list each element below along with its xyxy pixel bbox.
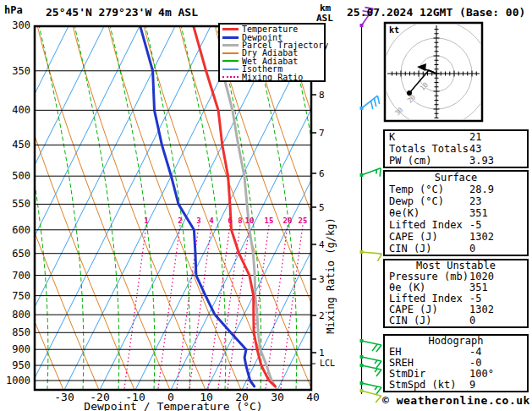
legend-line-sample: [222, 36, 239, 39]
wind-barb: [360, 250, 382, 261]
pressure-tick-label: 750: [2, 290, 30, 302]
table-row-label: CIN (J): [389, 243, 432, 255]
table-row-label: EH: [389, 346, 401, 358]
table-row-value: 9: [469, 380, 475, 391]
pressure-tick-label: 850: [2, 326, 30, 338]
datetime-title: 25.07.2024 12GMT (Base: 00): [347, 6, 525, 19]
legend-item: Temperature: [222, 25, 324, 33]
pressure-tick-label: 350: [2, 65, 30, 77]
pressure-tick-label: 450: [2, 139, 30, 151]
legend-line-sample: [222, 44, 239, 47]
pressure-unit-label: hPa: [4, 4, 23, 16]
table-row-label: Dewp (°C): [389, 195, 444, 207]
table-row: θe(K)351: [385, 207, 527, 219]
legend-item-label: Mixing Ratio: [242, 74, 303, 81]
table-row: CIN (J)0: [385, 315, 527, 326]
table-row-label: CAPE (J): [389, 304, 438, 315]
altitude-tick-label: 8: [319, 90, 325, 101]
legend-item: Isotherm: [222, 65, 324, 73]
table-row-label: CIN (J): [389, 315, 432, 326]
mixing-ratio-line-label: 10: [243, 216, 256, 225]
table-row-value: 28.9: [469, 184, 494, 195]
hodograph-trace-dot: [407, 90, 412, 96]
table-row-label: StmDir: [389, 368, 425, 380]
pressure-tick-label: 300: [2, 19, 30, 31]
copyright-credit: © weatheronline.co.uk: [382, 394, 530, 407]
wind-barb: [360, 96, 380, 110]
table-row-value: 23: [469, 195, 481, 207]
mixing-ratio-line-label: 4: [205, 216, 218, 225]
table-row: Temp (°C)28.9: [385, 184, 527, 195]
table-row-value: 3.93: [469, 155, 494, 167]
table-row: Dewp (°C)23: [385, 195, 527, 207]
altitude-tick-label: 1: [319, 348, 325, 359]
table-row-value: 351: [469, 207, 488, 219]
pressure-tick-label: 650: [2, 248, 30, 260]
temperature-tick-label: 40: [296, 391, 330, 403]
altitude-tick-label: 5: [319, 202, 325, 213]
legend-item: Mixing Ratio: [222, 73, 324, 80]
table-row-label: K: [389, 131, 395, 143]
legend-item-label: Dry Adiabat: [242, 49, 298, 57]
table-row-value: -5: [469, 219, 481, 231]
table-row-label: Temp (°C): [389, 184, 444, 195]
mixing-ratio-line-label: 2: [173, 216, 187, 225]
table-row-label: CAPE (J): [389, 231, 438, 243]
legend-line-sample: [222, 76, 239, 78]
table-row-label: θe (K): [389, 282, 425, 293]
pressure-tick-label: 550: [2, 198, 30, 210]
altitude-tick-label: 3: [319, 274, 325, 285]
table-row: Totals Totals43: [385, 143, 527, 155]
legend-item-label: Isotherm: [242, 65, 282, 73]
table-hodograph: HodographEH-4SREH-0StmDir100°StmSpd (kt)…: [383, 334, 529, 392]
table-row-label: StmSpd (kt): [389, 379, 456, 391]
altitude-tick-label: 2: [319, 310, 325, 321]
table-title: Surface: [385, 172, 527, 184]
table-row: StmSpd (kt)9: [385, 380, 527, 391]
table-row-label: Lifted Index: [389, 293, 463, 304]
wind-barb: [360, 339, 381, 352]
table-row-label: Pressure (mb): [389, 271, 469, 282]
station-title: 25°45'N 279°23'W 4m ASL: [46, 6, 198, 19]
legend-box: TemperatureDewpointParcel TrajectoryDry …: [218, 23, 326, 82]
table-row: CAPE (J)1302: [385, 231, 527, 243]
altitude-tick-label: 6: [319, 168, 325, 179]
table-row: Lifted Index-5: [385, 219, 527, 231]
mixing-ratio-line-label: 20: [281, 216, 294, 225]
legend-line-sample: [222, 28, 239, 30]
pressure-tick-label: 800: [2, 309, 30, 321]
table-row-value: 0: [469, 315, 475, 326]
mixing-ratio-line-label: 1: [140, 216, 153, 225]
table-row-label: Totals Totals: [389, 143, 469, 155]
pressure-tick-label: 500: [2, 170, 30, 182]
mixing-ratio-line-label: 3: [192, 216, 206, 225]
legend-line-sample: [222, 52, 239, 54]
table-row-value: 43: [469, 143, 481, 155]
table-row-label: PW (cm): [389, 155, 432, 167]
wind-barb-column: [360, 8, 382, 403]
pressure-tick-label: 400: [2, 104, 30, 116]
pressure-tick-label: 950: [2, 359, 30, 371]
mixing-ratio-lines: [124, 225, 303, 389]
hodograph-inset: 102030: [383, 20, 490, 127]
legend-line-sample: [222, 60, 239, 62]
legend-item-label: Temperature: [242, 25, 298, 33]
table-most-unstable: Most UnstablePressure (mb)1020θe (K)351L…: [383, 259, 529, 328]
hodograph-unit-label: kt: [389, 25, 399, 35]
pressure-tick-label: 700: [2, 270, 30, 282]
x-axis-title: Dewpoint / Temperature (°C): [47, 400, 300, 411]
mixing-ratio-axis-title: Mixing Ratio (g/kg): [325, 196, 337, 355]
table-row: PW (cm)3.93: [385, 155, 527, 167]
wind-barb: [360, 168, 381, 177]
table-row-label: θe(K): [389, 207, 420, 219]
table-row: K21: [385, 131, 527, 143]
pressure-tick-label: 1000: [2, 375, 30, 386]
pressure-tick-label: 600: [2, 224, 30, 236]
table-surface: SurfaceTemp (°C)28.9Dewp (°C)23θe(K)351L…: [383, 170, 529, 256]
altitude-tick-label: 4: [319, 239, 325, 250]
skewt-sounding-page: { "header": { "station_title": "25°45'N …: [0, 0, 532, 411]
table-indices: K21Totals Totals43PW (cm)3.93: [383, 129, 529, 168]
mixing-ratio-line-label: 15: [262, 216, 276, 225]
table-row-label: Lifted Index: [389, 219, 463, 231]
lcl-label: LCL: [320, 359, 335, 368]
